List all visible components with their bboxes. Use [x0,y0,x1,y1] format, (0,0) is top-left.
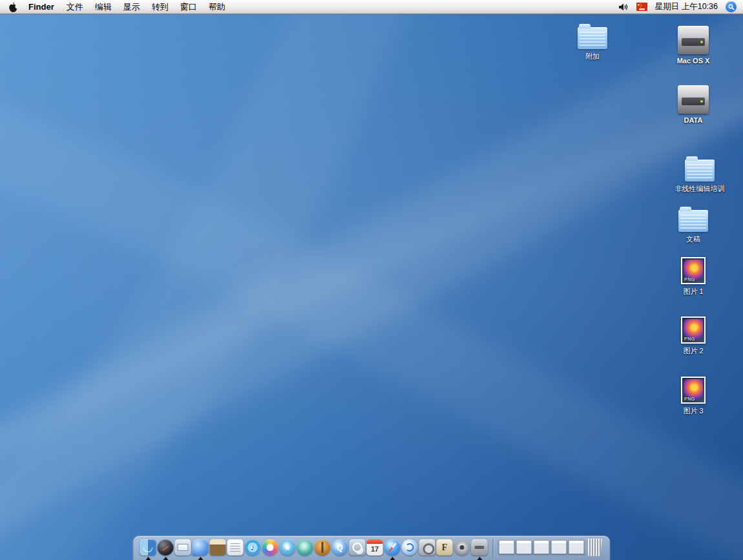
running-indicator-icon [163,557,168,560]
minimized-window[interactable] [569,540,585,554]
dock-icon-ichat[interactable] [193,539,209,555]
dock-icon-isync[interactable] [402,539,418,555]
desktop-icon-label: 文稿 [686,234,700,244]
dock-icon-ical[interactable]: 17 [367,539,383,555]
menu-bar-clock[interactable]: 星期日 上午10:36 [655,1,718,12]
png-badge: PNG [684,277,695,282]
desktop-icon-label: 图片 3 [683,406,703,416]
folder-icon [685,160,715,181]
dock-icon-dvdplayer[interactable] [454,539,470,555]
png-file-icon: PNG [681,257,706,284]
hard-drive-icon [678,85,709,114]
trash-icon[interactable] [586,539,603,556]
folder-icon [678,210,708,232]
menu-window[interactable]: 窗口 [174,0,203,14]
desktop-wallpaper [0,14,743,560]
desktop-icon-image-1[interactable]: PNG 图片 1 [654,257,732,296]
dock-icon-safari[interactable] [384,539,401,555]
dock-icon-mail[interactable] [175,539,191,555]
dock-icon-textedit[interactable] [227,539,244,555]
desktop-icon-image-3[interactable]: PNG 图片 3 [654,377,732,416]
dock-icon-sysprefs[interactable] [419,539,435,555]
dock-icon-iphoto[interactable] [262,539,278,555]
folder-icon [578,27,607,49]
desktop-icon-label: 附加 [585,52,600,61]
desktop-icon-label: Mac OS X [677,57,710,65]
menu-bar-status-area: 星期日 上午10:36 [618,1,738,12]
desktop-icon-label: DATA [684,116,703,124]
menu-file[interactable]: 文件 [61,0,89,14]
chinese-input-flag-icon[interactable] [636,3,647,11]
dock-icon-quicktime[interactable] [332,539,348,555]
dock-divider-icon [493,539,494,558]
hard-drive-icon [678,26,709,54]
desktop-icon-folder-documents[interactable]: 文稿 [654,210,732,244]
dock-icon-fontbook[interactable] [437,539,453,555]
running-indicator-icon [390,557,395,560]
dock: 17 [133,535,611,560]
dock-icon-diskutility[interactable] [472,539,488,555]
minimized-window[interactable] [516,540,532,554]
dock-icon-dashboard[interactable] [158,539,174,555]
apple-menu[interactable] [5,2,22,12]
desktop-icon-folder-training[interactable]: 非线性编辑培训 [661,160,738,194]
dock-window-area [498,540,585,560]
dock-icon-finder[interactable] [140,539,156,555]
menu-view[interactable]: 显示 [118,0,146,14]
dock-icon-addressbook[interactable] [210,539,226,555]
volume-icon[interactable] [618,3,629,12]
desktop-icon-label: 图片 1 [683,287,703,296]
active-app-menu[interactable]: Finder [22,2,61,12]
running-indicator-icon [198,557,203,560]
running-indicator-icon [145,557,151,560]
desktop-screen: Finder 文件 编辑 显示 转到 窗口 帮助 [0,0,743,560]
desktop-icon-drive-data[interactable]: DATA [654,85,732,124]
dock-icon-garageband[interactable] [315,539,331,555]
running-indicator-icon [477,557,482,560]
png-file-icon: PNG [681,316,706,344]
desktop-icon-folder-fujia[interactable]: 附加 [554,27,631,61]
minimized-window[interactable] [499,540,515,554]
menu-bar: Finder 文件 编辑 显示 转到 窗口 帮助 [0,0,743,14]
dock-icon-imovie[interactable] [280,539,296,555]
desktop-icon-image-2[interactable]: PNG 图片 2 [654,316,732,356]
apple-logo-icon [8,2,17,12]
png-badge: PNG [684,397,695,401]
spotlight-icon[interactable] [726,1,737,12]
desktop-icon-drive-macosx[interactable]: Mac OS X [654,26,732,65]
desktop-icon-label: 非线性编辑培训 [675,184,725,194]
minimized-window[interactable] [534,540,550,554]
desktop-icon-label: 图片 2 [683,346,703,356]
ical-day-label: 17 [371,546,379,553]
dock-app-area: 17 [140,539,488,560]
menu-edit[interactable]: 编辑 [89,0,118,14]
dock-icon-itunes[interactable] [245,539,261,555]
png-file-icon: PNG [681,377,706,404]
png-badge: PNG [684,337,695,341]
dock-icon-preview[interactable] [350,539,366,555]
menu-help[interactable]: 帮助 [203,0,231,14]
wallpaper-swoosh [0,14,743,560]
minimized-window[interactable] [551,540,567,554]
menu-go[interactable]: 转到 [146,0,174,14]
dock-icon-idvd[interactable] [297,539,313,555]
